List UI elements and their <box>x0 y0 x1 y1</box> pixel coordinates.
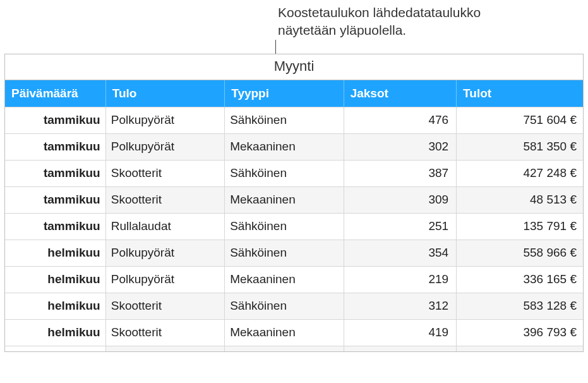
cell-date: tammikuu <box>5 133 105 160</box>
callout-leader-wrap <box>0 40 588 54</box>
table-row: tammikuuPolkupyörätSähköinen476751 604 € <box>5 107 583 133</box>
cell-income: Polkupyörät <box>105 240 224 266</box>
cell-revenue: 427 248 € <box>457 160 583 186</box>
cell-type: Mekaaninen <box>225 133 344 160</box>
cell-type: Sähköinen <box>225 160 344 186</box>
cell-periods: 251 <box>344 213 456 240</box>
table-row <box>5 346 583 351</box>
cell-periods: 387 <box>344 160 456 186</box>
cell-periods: 302 <box>344 133 456 160</box>
cell-income: Rullalaudat <box>105 213 224 240</box>
table-row: helmikuuPolkupyörätSähköinen354558 966 € <box>5 240 583 266</box>
callout-text: Koostetaulukon lähdedatataulukko näytetä… <box>278 4 588 40</box>
cell-income: Skootterit <box>105 293 224 319</box>
cell-date: tammikuu <box>5 107 105 133</box>
cell-type: Sähköinen <box>225 107 344 133</box>
cell-periods: 309 <box>344 186 456 213</box>
cell-date: tammikuu <box>5 213 105 240</box>
cell-income: Polkupyörät <box>105 266 224 293</box>
table-title: Myynti <box>5 54 583 80</box>
table-row: tammikuuRullalaudatSähköinen251135 791 € <box>5 213 583 240</box>
cell-revenue: 583 128 € <box>457 293 583 319</box>
cell-revenue: 396 793 € <box>457 319 583 346</box>
cell-empty <box>344 346 456 351</box>
header-type: Tyyppi <box>225 80 344 107</box>
source-data-table: Myynti Päivämäärä Tulo Tyyppi Jaksot Tul… <box>4 54 584 352</box>
cell-income: Skootterit <box>105 186 224 213</box>
cell-periods: 419 <box>344 319 456 346</box>
cell-type: Sähköinen <box>225 240 344 266</box>
header-income: Tulo <box>105 80 224 107</box>
cell-empty <box>225 346 344 351</box>
cell-periods: 354 <box>344 240 456 266</box>
cell-type: Sähköinen <box>225 213 344 240</box>
cell-type: Mekaaninen <box>225 186 344 213</box>
table-row: helmikuuSkootteritSähköinen312583 128 € <box>5 293 583 319</box>
table-row: tammikuuSkootteritSähköinen387427 248 € <box>5 160 583 186</box>
header-date: Päivämäärä <box>5 80 105 107</box>
table-row: tammikuuSkootteritMekaaninen30948 513 € <box>5 186 583 213</box>
header-row: Päivämäärä Tulo Tyyppi Jaksot Tulot <box>5 80 583 107</box>
data-table: Päivämäärä Tulo Tyyppi Jaksot Tulot tamm… <box>5 80 583 351</box>
cell-type: Mekaaninen <box>225 319 344 346</box>
cell-revenue: 751 604 € <box>457 107 583 133</box>
cell-date: helmikuu <box>5 293 105 319</box>
cell-income: Polkupyörät <box>105 107 224 133</box>
cell-income: Skootterit <box>105 160 224 186</box>
table-row: helmikuuSkootteritMekaaninen419396 793 € <box>5 319 583 346</box>
cell-empty <box>5 346 105 351</box>
header-revenue: Tulot <box>457 80 583 107</box>
cell-periods: 219 <box>344 266 456 293</box>
cell-date: tammikuu <box>5 186 105 213</box>
cell-revenue: 48 513 € <box>457 186 583 213</box>
cell-income: Skootterit <box>105 319 224 346</box>
cell-empty <box>457 346 583 351</box>
table-row: tammikuuPolkupyörätMekaaninen302581 350 … <box>5 133 583 160</box>
cell-empty <box>105 346 224 351</box>
callout-line-2: näytetään yläpuolella. <box>278 23 406 37</box>
header-periods: Jaksot <box>344 80 456 107</box>
cell-periods: 312 <box>344 293 456 319</box>
cell-revenue: 558 966 € <box>457 240 583 266</box>
cell-date: helmikuu <box>5 266 105 293</box>
cell-date: helmikuu <box>5 240 105 266</box>
cell-type: Sähköinen <box>225 293 344 319</box>
table-row: helmikuuPolkupyörätMekaaninen219336 165 … <box>5 266 583 293</box>
cell-date: helmikuu <box>5 319 105 346</box>
cell-revenue: 336 165 € <box>457 266 583 293</box>
callout-line-1: Koostetaulukon lähdedatataulukko <box>278 5 481 20</box>
cell-periods: 476 <box>344 107 456 133</box>
cell-revenue: 581 350 € <box>457 133 583 160</box>
cell-date: tammikuu <box>5 160 105 186</box>
callout-leader-line <box>275 40 276 54</box>
cell-income: Polkupyörät <box>105 133 224 160</box>
cell-revenue: 135 791 € <box>457 213 583 240</box>
cell-type: Mekaaninen <box>225 266 344 293</box>
